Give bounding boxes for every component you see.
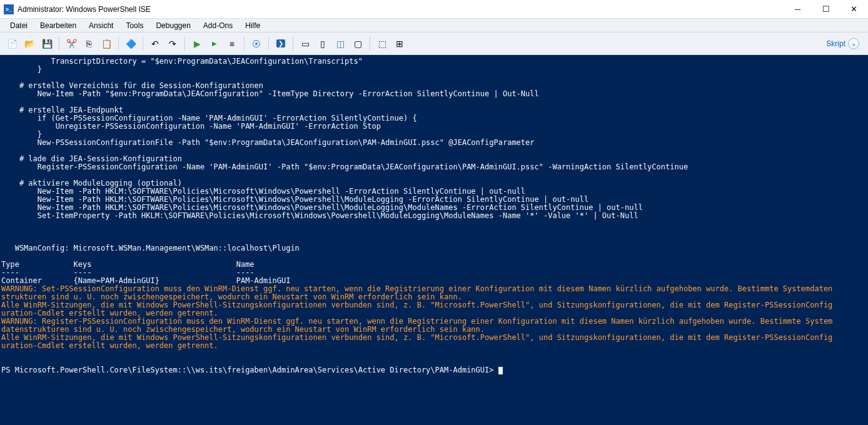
- run-selection-icon[interactable]: [206, 36, 223, 52]
- pane-layout1-icon[interactable]: [297, 36, 313, 52]
- titlebar: >_ Administrator: Windows PowerShell ISE…: [0, 0, 868, 19]
- menubar: Datei Bearbeiten Ansicht Tools Debuggen …: [0, 19, 868, 32]
- separator: [59, 37, 59, 51]
- window-controls: ─ ☐ ✕: [784, 0, 868, 19]
- save-icon[interactable]: [39, 36, 55, 52]
- show-command-icon[interactable]: [391, 36, 408, 52]
- redo-icon[interactable]: [164, 36, 181, 52]
- stop-icon[interactable]: [224, 36, 240, 52]
- separator: [293, 37, 293, 51]
- separator: [268, 37, 269, 51]
- menu-debuggen[interactable]: Debuggen: [151, 20, 195, 31]
- undo-icon[interactable]: [147, 36, 163, 52]
- script-pane-toggle[interactable]: Skript ⌄: [826, 38, 864, 49]
- menu-bearbeiten[interactable]: Bearbeiten: [35, 20, 81, 31]
- pane-layout2-icon[interactable]: [315, 36, 331, 52]
- chevron-down-icon: ⌄: [848, 38, 859, 49]
- menu-hilfe[interactable]: Hilfe: [240, 20, 265, 31]
- separator: [244, 37, 245, 51]
- separator: [118, 37, 119, 51]
- pane-layout3-icon[interactable]: [332, 36, 348, 52]
- minimize-button[interactable]: ─: [784, 0, 812, 19]
- command-addon-icon[interactable]: [374, 36, 390, 52]
- console-output[interactable]: TranscriptDirectory = "$env:ProgramData\…: [0, 55, 868, 377]
- window-title: Administrator: Windows PowerShell ISE: [18, 5, 151, 14]
- new-icon[interactable]: [4, 36, 20, 52]
- separator: [184, 37, 185, 51]
- script-label: Skript: [826, 39, 845, 48]
- open-icon[interactable]: [21, 36, 38, 52]
- menu-addons[interactable]: Add-Ons: [198, 20, 238, 31]
- powershell-icon[interactable]: [273, 36, 289, 52]
- run-icon[interactable]: [189, 36, 205, 52]
- breakpoint-icon[interactable]: [248, 36, 265, 52]
- copy-icon[interactable]: [81, 36, 97, 52]
- console-pane[interactable]: TranscriptDirectory = "$env:ProgramData\…: [0, 55, 868, 425]
- separator: [370, 37, 370, 51]
- menu-ansicht[interactable]: Ansicht: [84, 20, 118, 31]
- cut-icon[interactable]: [63, 36, 79, 52]
- separator: [143, 37, 143, 51]
- menu-tools[interactable]: Tools: [121, 20, 148, 31]
- app-icon: >_: [4, 4, 14, 14]
- maximize-button[interactable]: ☐: [812, 0, 840, 19]
- paste-icon[interactable]: [98, 36, 114, 52]
- close-button[interactable]: ✕: [840, 0, 868, 19]
- clear-icon[interactable]: [123, 36, 139, 52]
- menu-datei[interactable]: Datei: [5, 20, 33, 31]
- toolbar: Skript ⌄: [0, 32, 868, 55]
- pane-layout4-icon[interactable]: [350, 36, 366, 52]
